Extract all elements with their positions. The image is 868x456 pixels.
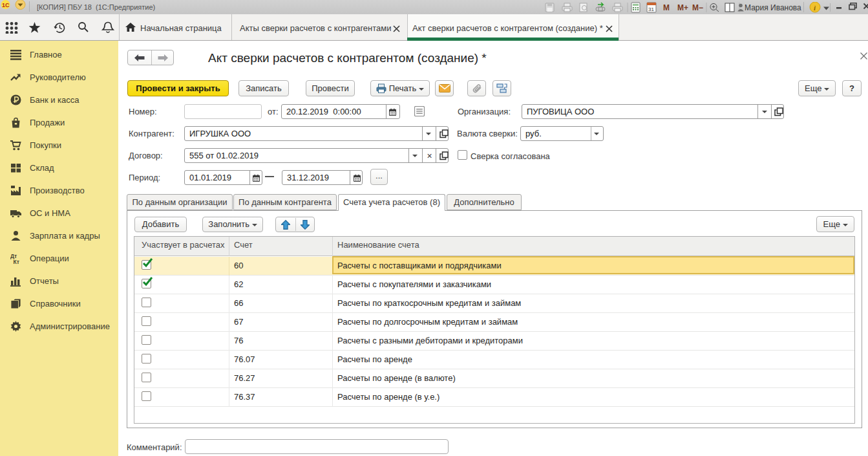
svg-text:М−: М−	[692, 3, 703, 12]
svg-text:Кт: Кт	[14, 259, 19, 265]
svg-text:М+: М+	[677, 3, 688, 12]
svg-text:М: М	[663, 3, 670, 12]
svg-text:1С: 1С	[2, 2, 10, 8]
svg-text:31: 31	[648, 6, 654, 12]
